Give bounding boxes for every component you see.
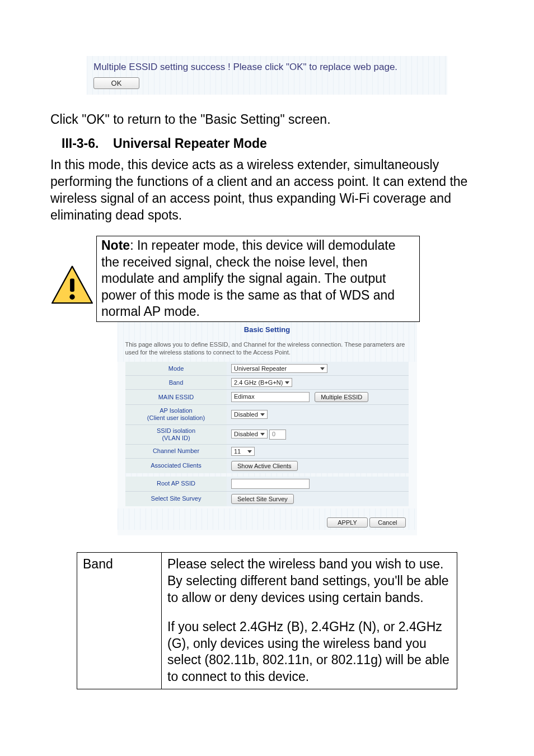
row-ap-isolation: AP Isolation (Client user isolation) Dis… — [125, 405, 409, 424]
associated-clients-label: Associated Clients — [125, 458, 227, 473]
note-bold: Note — [101, 238, 130, 253]
row-site-survey: Select Site Survey Select Site Survey — [125, 491, 409, 506]
ap-isolation-label: AP Isolation (Client user isolation) — [125, 405, 227, 424]
warning-icon — [50, 264, 94, 307]
mode-select[interactable]: Universal Repeater — [231, 364, 327, 373]
ok-button[interactable]: OK — [93, 77, 139, 89]
main-essid-input[interactable]: Edimax — [231, 392, 310, 402]
select-site-survey-button[interactable]: Select Site Survey — [231, 494, 294, 504]
ap-isolation-select[interactable]: Disabled — [231, 410, 268, 419]
note-box: Note: In repeater mode, this device will… — [96, 236, 420, 321]
row-band: Band 2.4 GHz (B+G+N) — [125, 376, 409, 390]
mode-label: Mode — [125, 362, 227, 376]
row-mode: Mode Universal Repeater — [125, 362, 409, 376]
panel-title: Basic Setting — [244, 325, 290, 334]
channel-label: Channel Number — [125, 444, 227, 458]
note-row: Note: In repeater mode, this device will… — [50, 236, 484, 321]
section-number: III-3-6. — [62, 136, 99, 151]
basic-setting-panel: Basic Setting This page allows you to de… — [118, 322, 417, 535]
band-select[interactable]: 2.4 GHz (B+G+N) — [231, 378, 292, 387]
cancel-button[interactable]: Cancel — [369, 517, 405, 528]
band-paragraph-2: If you select 2.4GHz (B), 2.4GHz (N), or… — [167, 619, 451, 686]
success-message: Multiple ESSID setting success ! Please … — [93, 60, 441, 77]
vlan-id-input[interactable]: 0 — [269, 430, 286, 440]
band-cell-text: Please select the wireless band you wish… — [162, 552, 457, 689]
row-main-essid: MAIN ESSID Edimax Multiple ESSID — [125, 390, 409, 405]
svg-rect-1 — [70, 279, 74, 292]
ssid-isolation-label: SSID isolation (VLAN ID) — [125, 424, 227, 444]
svg-point-2 — [69, 295, 74, 300]
section-title: Universal Repeater Mode — [113, 136, 267, 151]
band-label: Band — [125, 376, 227, 390]
note-text: : In repeater mode, this device will dem… — [101, 238, 395, 319]
main-essid-label: MAIN ESSID — [125, 390, 227, 405]
show-active-clients-button[interactable]: Show Active Clients — [231, 461, 298, 471]
root-ap-ssid-input[interactable] — [231, 479, 310, 489]
site-survey-label: Select Site Survey — [125, 491, 227, 506]
panel-desc: This page allows you to define ESSID, an… — [118, 336, 417, 362]
section-heading: III-3-6. Universal Repeater Mode — [62, 136, 484, 151]
band-paragraph-1: Please select the wireless band you wish… — [167, 556, 451, 606]
success-banner: Multiple ESSID setting success ! Please … — [87, 56, 447, 95]
row-channel: Channel Number 11 — [125, 444, 409, 458]
band-cell-label: Band — [77, 552, 162, 689]
settings-table: Mode Universal Repeater Band 2.4 GHz (B+… — [125, 362, 409, 506]
row-root-ap-ssid: Root AP SSID — [125, 477, 409, 492]
channel-select[interactable]: 11 — [231, 447, 255, 456]
row-associated-clients: Associated Clients Show Active Clients — [125, 458, 409, 473]
row-ssid-isolation: SSID isolation (VLAN ID) Disabled 0 — [125, 424, 409, 444]
multiple-essid-button[interactable]: Multiple ESSID — [315, 392, 368, 402]
intro-line: Click "OK" to return to the "Basic Setti… — [50, 111, 484, 128]
apply-button[interactable]: APPLY — [327, 517, 368, 528]
root-ap-ssid-label: Root AP SSID — [125, 477, 227, 492]
ssid-isolation-select[interactable]: Disabled — [231, 430, 268, 438]
band-explanation-table: Band Please select the wireless band you… — [77, 552, 457, 689]
mode-paragraph: In this mode, this device acts as a wire… — [50, 157, 484, 224]
